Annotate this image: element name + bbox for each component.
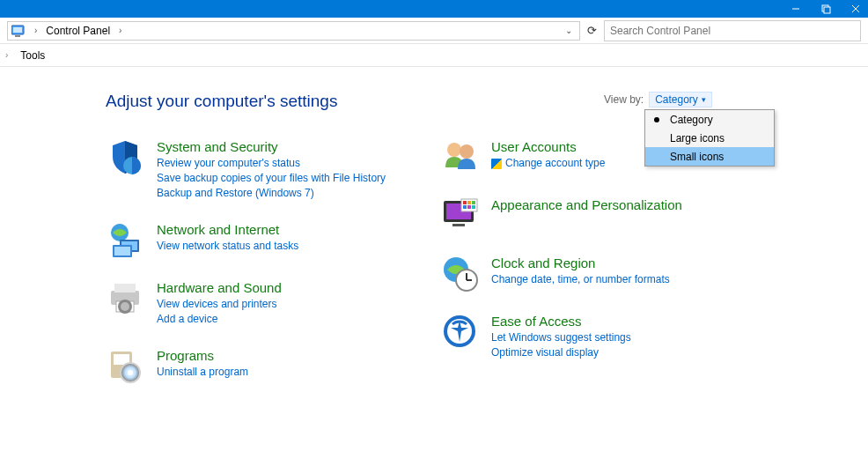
category-link[interactable]: View network status and tasks — [157, 239, 298, 254]
svg-rect-15 — [114, 284, 136, 292]
search-input[interactable] — [610, 25, 855, 37]
svg-point-24 — [447, 143, 461, 157]
chevron-down-icon: ▾ — [702, 95, 706, 104]
svg-point-23 — [128, 370, 133, 375]
viewby-current-text: Category — [655, 93, 698, 106]
chevron-right-icon[interactable]: › — [31, 26, 40, 35]
category-hardware-sound: Hardware and Sound View devices and prin… — [106, 278, 405, 327]
categories-right-column: User Accounts Change account type Appear… — [440, 137, 739, 404]
category-appearance-personalization: Appearance and Personalization — [440, 196, 739, 234]
search-box[interactable] — [604, 20, 861, 41]
address-bar: › Control Panel › ⌄ ⟳ — [0, 18, 868, 44]
shield-icon — [106, 137, 144, 176]
main-content: Adjust your computer's settings View by:… — [0, 67, 868, 404]
category-clock-region: Clock and Region Change date, time, or n… — [440, 254, 739, 292]
breadcrumb-current[interactable]: Control Panel — [46, 25, 110, 37]
maximize-button[interactable] — [819, 2, 833, 16]
category-link[interactable]: Optimize visual display — [491, 345, 631, 360]
monitor-colors-icon — [440, 196, 479, 234]
category-link[interactable]: Uninstall a program — [157, 365, 248, 380]
chevron-right-icon[interactable]: › — [5, 50, 8, 60]
category-link[interactable]: Add a device — [157, 312, 282, 327]
minimize-button[interactable] — [789, 2, 803, 16]
categories-left-column: System and Security Review your computer… — [106, 137, 405, 404]
category-title[interactable]: Hardware and Sound — [157, 280, 282, 295]
svg-rect-7 — [15, 35, 20, 37]
category-link[interactable]: Change date, time, or number formats — [491, 272, 670, 287]
svg-point-25 — [460, 144, 474, 159]
close-button[interactable] — [849, 2, 863, 16]
titlebar — [0, 0, 868, 18]
category-title[interactable]: System and Security — [157, 139, 386, 154]
svg-rect-34 — [467, 205, 471, 209]
category-title[interactable]: User Accounts — [491, 139, 605, 154]
svg-rect-32 — [472, 201, 475, 204]
svg-rect-28 — [452, 224, 465, 226]
viewby-control: View by: Category ▾ — [604, 92, 712, 107]
printer-icon — [106, 278, 144, 317]
globe-network-icon — [106, 220, 144, 259]
category-link[interactable]: Review your computer's status — [157, 156, 386, 171]
svg-point-18 — [121, 302, 129, 311]
svg-rect-31 — [467, 201, 471, 204]
svg-rect-2 — [824, 7, 830, 13]
svg-rect-35 — [472, 205, 475, 209]
viewby-option-category[interactable]: Category — [645, 110, 774, 129]
control-panel-icon — [11, 24, 26, 38]
category-title[interactable]: Network and Internet — [157, 222, 298, 237]
category-title[interactable]: Clock and Region — [491, 255, 670, 270]
viewby-option-small-icons[interactable]: Small icons — [645, 147, 774, 166]
category-link[interactable]: Let Windows suggest settings — [491, 330, 631, 345]
category-link[interactable]: Backup and Restore (Windows 7) — [157, 186, 386, 201]
menu-bar: › Tools — [0, 44, 868, 67]
refresh-button[interactable]: ⟳ — [587, 24, 597, 37]
category-network-internet: Network and Internet View network status… — [106, 220, 405, 259]
chevron-right-icon[interactable]: › — [115, 26, 125, 35]
clock-globe-icon — [440, 254, 479, 292]
svg-rect-30 — [463, 201, 467, 204]
viewby-dropdown-menu: Category Large icons Small icons — [644, 109, 775, 167]
category-link[interactable]: View devices and printers — [157, 297, 282, 312]
category-title[interactable]: Ease of Access — [491, 314, 631, 329]
page-title: Adjust your computer's settings — [106, 92, 868, 111]
category-title[interactable]: Appearance and Personalization — [491, 197, 682, 212]
category-link[interactable]: Save backup copies of your files with Fi… — [157, 171, 386, 186]
category-system-security: System and Security Review your computer… — [106, 137, 405, 201]
ease-of-access-icon — [440, 312, 479, 351]
menu-tools[interactable]: Tools — [15, 48, 50, 63]
category-ease-of-access: Ease of Access Let Windows suggest setti… — [440, 312, 739, 360]
disc-box-icon — [106, 346, 144, 385]
svg-rect-33 — [463, 205, 467, 209]
category-title[interactable]: Programs — [157, 348, 248, 363]
viewby-option-large-icons[interactable]: Large icons — [645, 129, 774, 147]
breadcrumb-box[interactable]: › Control Panel › ⌄ — [7, 21, 580, 41]
category-link[interactable]: Change account type — [491, 156, 605, 171]
category-programs: Programs Uninstall a program — [106, 346, 405, 385]
svg-rect-13 — [114, 247, 130, 255]
users-icon — [440, 137, 479, 176]
chevron-down-icon[interactable]: ⌄ — [565, 26, 572, 35]
svg-rect-6 — [13, 27, 22, 33]
viewby-dropdown-button[interactable]: Category ▾ — [649, 92, 712, 107]
viewby-label: View by: — [604, 93, 644, 106]
